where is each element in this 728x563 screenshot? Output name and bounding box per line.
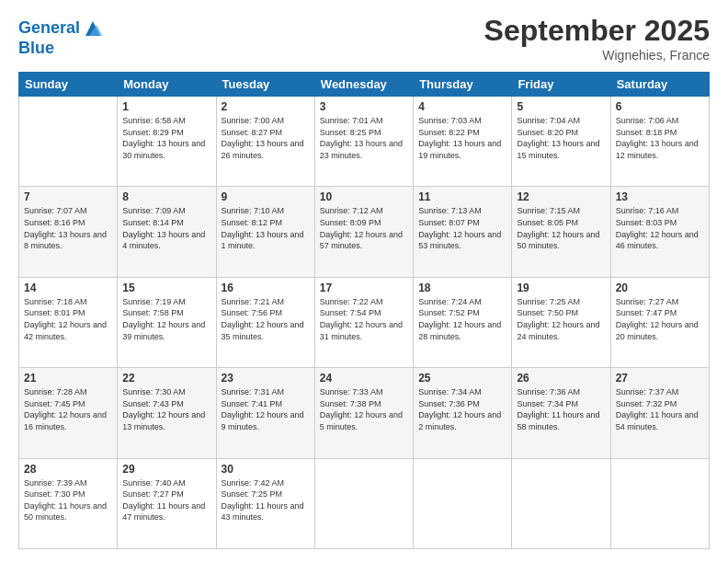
day-number: 17	[320, 282, 408, 294]
calendar-cell: 5Sunrise: 7:04 AMSunset: 8:20 PMDaylight…	[512, 97, 610, 187]
day-number: 11	[418, 190, 506, 203]
calendar-cell: 18Sunrise: 7:24 AMSunset: 7:52 PMDayligh…	[414, 277, 512, 367]
calendar-cell: 9Sunrise: 7:10 AMSunset: 8:12 PMDaylight…	[216, 187, 314, 277]
day-number: 8	[122, 190, 210, 203]
day-info: Sunrise: 7:39 AMSunset: 7:30 PMDaylight:…	[24, 477, 112, 523]
day-info: Sunrise: 7:28 AMSunset: 7:45 PMDaylight:…	[24, 386, 112, 432]
calendar-cell: 21Sunrise: 7:28 AMSunset: 7:45 PMDayligh…	[19, 368, 118, 458]
month-title: September 2025	[484, 14, 710, 48]
calendar-cell: 2Sunrise: 7:00 AMSunset: 8:27 PMDaylight…	[216, 97, 314, 187]
calendar-cell: 3Sunrise: 7:01 AMSunset: 8:25 PMDaylight…	[314, 97, 413, 187]
col-monday: Monday	[118, 73, 216, 97]
day-number: 9	[222, 190, 310, 203]
day-info: Sunrise: 7:15 AMSunset: 8:05 PMDaylight:…	[517, 205, 605, 251]
day-number: 18	[418, 282, 506, 294]
day-info: Sunrise: 7:12 AMSunset: 8:09 PMDaylight:…	[320, 205, 408, 251]
calendar-cell: 11Sunrise: 7:13 AMSunset: 8:07 PMDayligh…	[414, 187, 512, 277]
calendar-cell: 14Sunrise: 7:18 AMSunset: 8:01 PMDayligh…	[19, 277, 118, 367]
location: Wignehies, France	[484, 48, 710, 63]
calendar-header-row: Sunday Monday Tuesday Wednesday Thursday…	[19, 73, 710, 97]
day-number: 5	[517, 100, 605, 113]
calendar-cell: 29Sunrise: 7:40 AMSunset: 7:27 PMDayligh…	[118, 458, 216, 548]
day-number: 4	[418, 100, 506, 113]
day-number: 30	[222, 463, 310, 476]
day-info: Sunrise: 7:01 AMSunset: 8:25 PMDaylight:…	[320, 115, 408, 161]
day-info: Sunrise: 7:22 AMSunset: 7:54 PMDaylight:…	[320, 296, 408, 342]
day-info: Sunrise: 7:07 AMSunset: 8:16 PMDaylight:…	[24, 205, 112, 251]
day-info: Sunrise: 7:33 AMSunset: 7:38 PMDaylight:…	[320, 386, 408, 432]
logo-text-blue: Blue	[18, 40, 104, 58]
calendar-week-row: 28Sunrise: 7:39 AMSunset: 7:30 PMDayligh…	[19, 458, 710, 548]
day-info: Sunrise: 7:37 AMSunset: 7:32 PMDaylight:…	[616, 386, 704, 432]
day-info: Sunrise: 7:36 AMSunset: 7:34 PMDaylight:…	[517, 386, 605, 432]
col-friday: Friday	[512, 73, 610, 97]
calendar-week-row: 1Sunrise: 6:58 AMSunset: 8:29 PMDaylight…	[19, 97, 710, 187]
day-number: 19	[517, 282, 605, 294]
day-number: 7	[24, 190, 112, 203]
day-number: 29	[122, 463, 210, 476]
logo: General Blue	[18, 17, 104, 58]
day-info: Sunrise: 7:00 AMSunset: 8:27 PMDaylight:…	[222, 115, 310, 161]
calendar-cell: 10Sunrise: 7:12 AMSunset: 8:09 PMDayligh…	[314, 187, 413, 277]
calendar-week-row: 21Sunrise: 7:28 AMSunset: 7:45 PMDayligh…	[19, 368, 710, 458]
day-info: Sunrise: 7:25 AMSunset: 7:50 PMDaylight:…	[517, 296, 605, 342]
day-info: Sunrise: 7:06 AMSunset: 8:18 PMDaylight:…	[616, 115, 704, 161]
day-info: Sunrise: 7:03 AMSunset: 8:22 PMDaylight:…	[418, 115, 506, 161]
day-info: Sunrise: 7:04 AMSunset: 8:20 PMDaylight:…	[517, 115, 605, 161]
day-number: 21	[24, 372, 112, 385]
col-wednesday: Wednesday	[314, 73, 413, 97]
day-info: Sunrise: 7:16 AMSunset: 8:03 PMDaylight:…	[616, 205, 704, 251]
day-number: 14	[24, 282, 112, 294]
calendar-cell: 20Sunrise: 7:27 AMSunset: 7:47 PMDayligh…	[610, 277, 709, 367]
calendar-cell: 13Sunrise: 7:16 AMSunset: 8:03 PMDayligh…	[610, 187, 709, 277]
day-info: Sunrise: 7:40 AMSunset: 7:27 PMDaylight:…	[122, 477, 210, 523]
calendar-cell: 17Sunrise: 7:22 AMSunset: 7:54 PMDayligh…	[314, 277, 413, 367]
day-info: Sunrise: 7:42 AMSunset: 7:25 PMDaylight:…	[222, 477, 310, 523]
calendar-cell: 28Sunrise: 7:39 AMSunset: 7:30 PMDayligh…	[19, 458, 118, 548]
calendar-cell: 23Sunrise: 7:31 AMSunset: 7:41 PMDayligh…	[216, 368, 314, 458]
calendar-cell: 15Sunrise: 7:19 AMSunset: 7:58 PMDayligh…	[118, 277, 216, 367]
day-number: 25	[418, 372, 506, 385]
day-info: Sunrise: 7:18 AMSunset: 8:01 PMDaylight:…	[24, 296, 112, 342]
day-number: 13	[616, 190, 704, 203]
calendar-cell: 7Sunrise: 7:07 AMSunset: 8:16 PMDaylight…	[19, 187, 118, 277]
day-number: 2	[222, 100, 310, 113]
page-header: General Blue September 2025 Wignehies, F…	[18, 14, 710, 63]
col-saturday: Saturday	[610, 73, 709, 97]
day-number: 24	[320, 372, 408, 385]
calendar-cell: 12Sunrise: 7:15 AMSunset: 8:05 PMDayligh…	[512, 187, 610, 277]
day-number: 3	[320, 100, 408, 113]
day-info: Sunrise: 7:21 AMSunset: 7:56 PMDaylight:…	[222, 296, 310, 342]
day-info: Sunrise: 7:19 AMSunset: 7:58 PMDaylight:…	[122, 296, 210, 342]
day-info: Sunrise: 7:27 AMSunset: 7:47 PMDaylight:…	[616, 296, 704, 342]
col-thursday: Thursday	[414, 73, 512, 97]
day-number: 26	[517, 372, 605, 385]
calendar-week-row: 14Sunrise: 7:18 AMSunset: 8:01 PMDayligh…	[19, 277, 710, 367]
calendar-table: Sunday Monday Tuesday Wednesday Thursday…	[18, 72, 710, 549]
day-info: Sunrise: 7:30 AMSunset: 7:43 PMDaylight:…	[122, 386, 210, 432]
calendar-cell: 16Sunrise: 7:21 AMSunset: 7:56 PMDayligh…	[216, 277, 314, 367]
day-info: Sunrise: 7:34 AMSunset: 7:36 PMDaylight:…	[418, 386, 506, 432]
day-number: 27	[616, 372, 704, 385]
col-tuesday: Tuesday	[216, 73, 314, 97]
day-number: 1	[122, 100, 210, 113]
calendar-cell	[512, 458, 610, 548]
day-info: Sunrise: 7:09 AMSunset: 8:14 PMDaylight:…	[122, 205, 210, 251]
logo-text: General	[18, 19, 80, 38]
day-number: 28	[24, 463, 112, 476]
day-info: Sunrise: 7:10 AMSunset: 8:12 PMDaylight:…	[222, 205, 310, 251]
day-number: 6	[616, 100, 704, 113]
day-number: 20	[616, 282, 704, 294]
calendar-cell	[610, 458, 709, 548]
calendar-cell: 27Sunrise: 7:37 AMSunset: 7:32 PMDayligh…	[610, 368, 709, 458]
calendar-cell	[314, 458, 413, 548]
calendar-cell: 24Sunrise: 7:33 AMSunset: 7:38 PMDayligh…	[314, 368, 413, 458]
day-number: 12	[517, 190, 605, 203]
calendar-cell: 30Sunrise: 7:42 AMSunset: 7:25 PMDayligh…	[216, 458, 314, 548]
day-info: Sunrise: 7:13 AMSunset: 8:07 PMDaylight:…	[418, 205, 506, 251]
day-number: 10	[320, 190, 408, 203]
calendar-cell: 6Sunrise: 7:06 AMSunset: 8:18 PMDaylight…	[610, 97, 709, 187]
calendar-cell	[19, 97, 118, 187]
day-number: 16	[222, 282, 310, 294]
calendar-cell: 4Sunrise: 7:03 AMSunset: 8:22 PMDaylight…	[414, 97, 512, 187]
